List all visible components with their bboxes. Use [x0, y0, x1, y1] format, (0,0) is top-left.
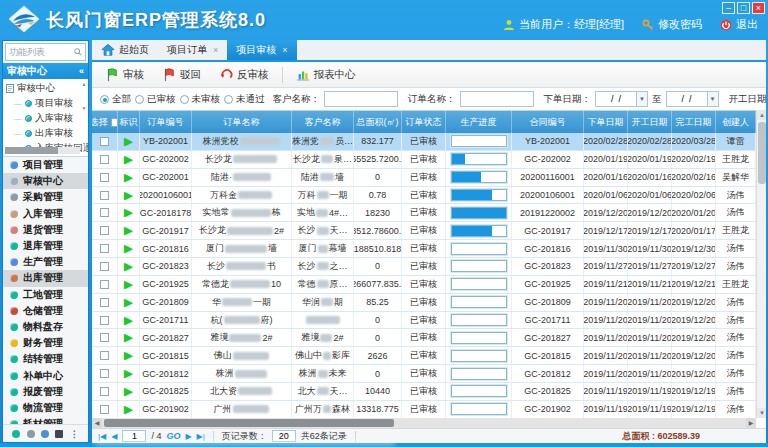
scroll-up-icon[interactable]: ▲ [757, 110, 766, 120]
column-header-status[interactable]: 订单状态 [402, 111, 446, 133]
tab-project-order[interactable]: 项目订单× [158, 40, 227, 60]
column-header-creator[interactable]: 创建人 [716, 111, 756, 133]
dropdown-arrow-icon[interactable]: ▼ [707, 92, 718, 106]
cart-icon[interactable] [27, 430, 35, 438]
table-row[interactable]: ▶GC-201825北大资北大天…10440已审核GC-2018252019/1… [92, 383, 756, 401]
tree-scroll-arrows[interactable]: ▲▼ [81, 81, 87, 146]
radio-dot-icon[interactable] [224, 95, 233, 104]
row-checkbox[interactable] [100, 280, 109, 289]
column-header-customer[interactable]: 客户名称 [292, 111, 354, 133]
table-row[interactable]: ▶GC-201816厦门墙厦门幕墙188510.818已审核GC-2018162… [92, 240, 756, 258]
sidebar-item-结转管理[interactable]: 结转管理 [3, 351, 88, 367]
table-row[interactable]: ▶GC-201917长沙龙2#长沙天…8512.78600..已审核GC-201… [92, 222, 756, 240]
row-checkbox[interactable] [100, 191, 109, 200]
tree-item-项目审核[interactable]: —项目审核 [14, 97, 86, 110]
sidebar-item-审核中心[interactable]: 审核中心 [3, 173, 88, 189]
radio-dot-icon[interactable] [180, 95, 189, 104]
tab-home[interactable]: 起始页 [92, 40, 158, 60]
select-all-checkbox[interactable] [111, 118, 119, 127]
column-header-area[interactable]: 总面积(㎡) [354, 111, 402, 133]
book-icon[interactable] [55, 430, 63, 438]
unaudit-button[interactable]: 反审核 [212, 66, 276, 84]
row-checkbox[interactable] [100, 208, 109, 217]
order-date-from-input[interactable]: ▼ [595, 91, 648, 107]
column-header-sel[interactable]: 选择 [92, 111, 118, 133]
tab-project-audit[interactable]: 项目审核× [227, 40, 296, 60]
column-header-start_date[interactable]: 开工日期 [628, 111, 672, 133]
collapse-icon[interactable]: « [79, 66, 84, 76]
table-row[interactable]: ▶GC-2018178实地常栋实地4#…18230已审核201912200022… [92, 204, 756, 222]
sidebar-item-工地管理[interactable]: 工地管理 [3, 287, 88, 303]
column-header-id[interactable]: 订单编号 [140, 111, 192, 133]
logout-button[interactable]: 退出 [720, 17, 758, 32]
scroll-left-icon[interactable]: ◀ [92, 418, 102, 428]
sidebar-item-采购管理[interactable]: 采购管理 [3, 189, 88, 205]
audit-button[interactable]: 审核 [98, 66, 151, 84]
row-checkbox[interactable] [100, 351, 109, 360]
dropdown-arrow-icon[interactable]: ▼ [636, 92, 647, 106]
radio-已审核[interactable]: 已审核 [135, 93, 176, 106]
radio-未审核[interactable]: 未审核 [180, 93, 221, 106]
tab-close-icon[interactable]: × [213, 45, 218, 55]
sidebar-item-仓储管理[interactable]: 仓储管理 [3, 303, 88, 319]
row-checkbox[interactable] [100, 155, 109, 164]
minimize-button[interactable]: – [722, 2, 735, 14]
scroll-down-icon[interactable]: ▼ [757, 408, 766, 418]
row-checkbox[interactable] [100, 226, 109, 235]
sidebar-item-退货管理[interactable]: 退货管理 [3, 222, 88, 238]
row-checkbox[interactable] [100, 244, 109, 253]
table-row[interactable]: ▶GC-201925常德龙10常德原…266077.835..已审核GC-201… [92, 276, 756, 294]
column-header-flag[interactable]: 标识 [118, 111, 140, 133]
tree-item-出库审核[interactable]: —出库审核 [14, 127, 86, 140]
sidebar-item-报废管理[interactable]: 报废管理 [3, 384, 88, 400]
row-checkbox[interactable] [100, 173, 109, 182]
table-row[interactable]: ▶GC-201827雅境2#雅境2#0已审核GC-2018272019/11/2… [92, 329, 756, 347]
vertical-scrollbar[interactable]: ▲ ▼ [756, 110, 766, 418]
row-checkbox[interactable] [100, 298, 109, 307]
sidebar-item-出库管理[interactable]: 出库管理 [3, 270, 88, 286]
row-checkbox[interactable] [100, 405, 109, 414]
table-row[interactable]: ▶GC-201902广州广州万森林13318.775已审核GC-20190220… [92, 401, 756, 418]
table-row[interactable]: ▶GC-201812株洲株洲未来0已审核GC-2018122019/11/202… [92, 365, 756, 383]
sidebar-item-入库管理[interactable]: 入库管理 [3, 206, 88, 222]
table-row[interactable]: ▶GC-201823长沙书长沙之…0已审核GC-2018232019/11/27… [92, 258, 756, 276]
column-header-order_date[interactable]: 下单日期 [584, 111, 628, 133]
tree-horizontal-scrollbar[interactable] [5, 147, 80, 154]
change-password-button[interactable]: 修改密码 [642, 17, 702, 32]
sidebar-item-项目管理[interactable]: 项目管理 [3, 157, 88, 173]
sidebar-item-补单中心[interactable]: 补单中心 [3, 367, 88, 383]
table-row[interactable]: ▶GC-202001陆港·陆港墙0已审核202001160012020/01/1… [92, 169, 756, 187]
row-checkbox[interactable] [100, 333, 109, 342]
table-row[interactable]: ▶YB-202001株洲党校株洲党员…832.177已审核YB-20200120… [92, 133, 756, 151]
table-row[interactable]: ▶GC-201815佛山佛山中影库2626已审核GC-2018152019/11… [92, 347, 756, 365]
sidebar-item-退库管理[interactable]: 退库管理 [3, 238, 88, 254]
horizontal-scrollbar[interactable]: ◀ ▶ [92, 418, 756, 428]
column-header-finish_date[interactable]: 完工日期 [672, 111, 716, 133]
scroll-right-icon[interactable]: ▶ [746, 418, 756, 428]
dot-icon[interactable] [12, 430, 20, 438]
order-name-input[interactable] [460, 91, 534, 107]
row-checkbox[interactable] [100, 369, 109, 378]
row-checkbox[interactable] [100, 316, 109, 325]
vertical-scroll-thumb[interactable] [758, 122, 766, 184]
sidebar-item-生产管理[interactable]: 生产管理 [3, 254, 88, 270]
column-header-progress[interactable]: 生产进度 [446, 111, 512, 133]
column-header-contract[interactable]: 合同编号 [512, 111, 584, 133]
maximize-button[interactable]: □ [737, 2, 750, 14]
customer-name-input[interactable] [324, 91, 398, 107]
order-date-to-input[interactable]: ▼ [666, 91, 719, 107]
row-checkbox[interactable] [100, 137, 109, 146]
tree-item-入库审核[interactable]: —入库审核 [14, 112, 86, 125]
report-center-button[interactable]: 报表中心 [289, 66, 363, 84]
tree-root-node[interactable]: 审核中心 [6, 82, 86, 95]
sidebar-item-财务管理[interactable]: 财务管理 [3, 335, 88, 351]
row-checkbox[interactable] [100, 262, 109, 271]
sidebar-item-耗材管理[interactable]: 耗材管理 [3, 416, 88, 424]
horizontal-scroll-thumb[interactable] [104, 419, 394, 427]
radio-全部[interactable]: 全部 [100, 93, 131, 106]
more-icon[interactable]: ⋮ [70, 429, 79, 439]
tab-close-icon[interactable]: × [282, 45, 287, 55]
function-search-input[interactable]: 功能列表 [5, 43, 86, 61]
sidebar-item-物流管理[interactable]: 物流管理 [3, 400, 88, 416]
table-row[interactable]: ▶20200106001万科金万科一期0.78已审核20200106001202… [92, 187, 756, 205]
